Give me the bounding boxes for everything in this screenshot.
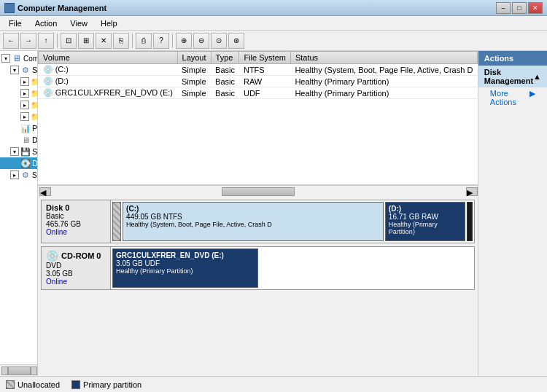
extra-btn-2[interactable]: ⊖ bbox=[193, 33, 209, 49]
dvd-icon-e: 💿 bbox=[43, 88, 55, 97]
col-layout[interactable]: Layout bbox=[177, 52, 211, 64]
extra-btn-3[interactable]: ⊙ bbox=[211, 33, 227, 49]
tree-disk-management[interactable]: 💽 Disk Management bbox=[0, 157, 37, 169]
tree-shared-folders[interactable]: ▸ 📁 Shared Folders bbox=[0, 99, 37, 111]
back-button[interactable]: ← bbox=[3, 33, 19, 49]
main-container: ▾ 🖥 Computer Management (Local ▾ ⚙ Syste… bbox=[0, 51, 547, 376]
disk-0-c-partition[interactable]: (C:) 449.05 GB NTFS Healthy (System, Boo… bbox=[123, 202, 384, 241]
legend-unalloc-box bbox=[6, 380, 15, 389]
tree-system-tools[interactable]: ▾ ⚙ System Tools bbox=[0, 64, 37, 76]
actions-disk-management[interactable]: Disk Management ▲ bbox=[478, 66, 547, 87]
show-hide-button[interactable]: ⊡ bbox=[61, 33, 77, 49]
tree-storage[interactable]: ▾ 💾 Storage bbox=[0, 146, 37, 157]
cell-status-d: Healthy (Primary Partition) bbox=[290, 76, 477, 87]
col-type[interactable]: Type bbox=[211, 52, 239, 64]
menu-help[interactable]: Help bbox=[95, 17, 123, 29]
table-row[interactable]: 💿 (D:) Simple Basic RAW Healthy (Primary… bbox=[39, 76, 478, 87]
scroll-thumb[interactable] bbox=[222, 187, 295, 196]
disk-0-type: Basic bbox=[46, 212, 106, 220]
properties-button[interactable]: ⎙ bbox=[136, 33, 152, 49]
window-title: Computer Management bbox=[18, 4, 106, 12]
table-scrollbar[interactable]: ◀ ▶ bbox=[38, 185, 478, 197]
tree-root[interactable]: ▾ 🖥 Computer Management (Local bbox=[0, 52, 37, 64]
minimize-button[interactable]: – bbox=[496, 2, 511, 14]
tree-task-scheduler[interactable]: ▸ 📁 Task Scheduler bbox=[0, 76, 37, 87]
expand-task-scheduler[interactable]: ▸ bbox=[20, 77, 29, 86]
disk-0-unalloc[interactable] bbox=[112, 202, 121, 241]
table-row[interactable]: 💿 (C:) Simple Basic NTFS Healthy (System… bbox=[39, 64, 478, 76]
help-button[interactable]: ? bbox=[153, 33, 169, 49]
bottom-section: Disk 0 Basic 465.76 GB Online (C:) 449.0… bbox=[38, 197, 478, 376]
forward-button[interactable]: → bbox=[20, 33, 36, 49]
actions-more-arrow: ▶ bbox=[529, 89, 535, 106]
cell-fs-c: NTFS bbox=[239, 64, 290, 76]
d-partition-status: Healthy (Primary Partition) bbox=[389, 221, 462, 235]
new-button[interactable]: ⊞ bbox=[78, 33, 94, 49]
maximize-button[interactable]: □ bbox=[512, 2, 527, 14]
expand-services[interactable]: ▸ bbox=[10, 170, 19, 179]
expand-local-users[interactable]: ▸ bbox=[20, 112, 29, 121]
legend-unallocated: Unallocated bbox=[6, 380, 60, 389]
menu-file[interactable]: File bbox=[3, 17, 28, 29]
cell-volume-e: 💿 GRC1CULXFRER_EN_DVD (E:) bbox=[39, 87, 177, 99]
legend-primary: Primary partition bbox=[71, 380, 141, 389]
storage-label: Storage bbox=[32, 147, 37, 156]
expand-shared-folders[interactable]: ▸ bbox=[20, 101, 29, 109]
col-filesystem[interactable]: File System bbox=[239, 52, 290, 64]
tree-scroll-left[interactable] bbox=[1, 366, 8, 375]
copy-button[interactable]: ⎘ bbox=[113, 33, 129, 49]
app-icon bbox=[4, 3, 15, 13]
disk-0-size: 465.76 GB bbox=[46, 220, 106, 228]
device-manager-icon: 🖥 bbox=[20, 135, 31, 145]
disk-0-d-partition[interactable]: (D:) 16.71 GB RAW Healthy (Primary Parti… bbox=[385, 202, 465, 241]
tree-scroll-right[interactable] bbox=[31, 366, 37, 375]
extra-btn-4[interactable]: ⊛ bbox=[228, 33, 244, 49]
delete-button[interactable]: ✕ bbox=[96, 33, 112, 49]
scroll-right-btn[interactable]: ▶ bbox=[466, 187, 478, 196]
expand-event-viewer[interactable]: ▸ bbox=[20, 89, 29, 98]
disk-management-label: Disk Management bbox=[32, 159, 37, 168]
dvd-partition-status: Healthy (Primary Partition) bbox=[116, 267, 255, 275]
cdrom-0-dvd-partition[interactable]: GRC1CULXFRER_EN_DVD (E:) 3.05 GB UDF Hea… bbox=[112, 248, 258, 288]
tree-performance[interactable]: 📊 Performance bbox=[0, 122, 37, 134]
up-button[interactable]: ↑ bbox=[38, 33, 54, 49]
d-partition-label: (D:) bbox=[389, 205, 462, 213]
legend-primary-label: Primary partition bbox=[83, 380, 141, 389]
cell-fs-d: RAW bbox=[239, 76, 290, 87]
tree-scroll-thumb[interactable] bbox=[8, 366, 31, 375]
disk-management-icon: 💽 bbox=[20, 158, 31, 168]
cdrom-0-row: 💿 CD-ROM 0 DVD 3.05 GB Online GRC1CULXFR… bbox=[41, 246, 475, 290]
top-section: Volume Layout Type File System Status 💿 … bbox=[38, 51, 478, 197]
extra-btn-1[interactable]: ⊕ bbox=[176, 33, 192, 49]
tree-event-viewer[interactable]: ▸ 📁 Event Viewer bbox=[0, 87, 37, 99]
volume-table: Volume Layout Type File System Status 💿 … bbox=[38, 51, 478, 185]
toolbar: ← → ↑ ⊡ ⊞ ✕ ⎘ ⎙ ? ⊕ ⊖ ⊙ ⊛ bbox=[0, 31, 547, 51]
table-row[interactable]: 💿 GRC1CULXFRER_EN_DVD (E:) Simple Basic … bbox=[39, 87, 478, 99]
disk-0-info: Disk 0 Basic 465.76 GB Online bbox=[42, 200, 111, 243]
tree-content: ▾ 🖥 Computer Management (Local ▾ ⚙ Syste… bbox=[0, 51, 37, 364]
tree-scrollbar[interactable] bbox=[0, 364, 37, 376]
col-volume[interactable]: Volume bbox=[39, 52, 177, 64]
expand-system-tools[interactable]: ▾ bbox=[10, 66, 19, 74]
scroll-left-btn[interactable]: ◀ bbox=[39, 187, 51, 196]
dvd-partition-size: 3.05 GB UDF bbox=[116, 259, 255, 267]
tree-services[interactable]: ▸ ⚙ Services and Applications bbox=[0, 169, 37, 181]
cell-layout-d: Simple bbox=[177, 76, 211, 87]
menu-action[interactable]: Action bbox=[29, 17, 63, 29]
expand-storage[interactable]: ▾ bbox=[10, 147, 19, 156]
cell-type-c: Basic bbox=[211, 64, 239, 76]
actions-panel: Actions Disk Management ▲ More Actions ▶ bbox=[478, 51, 547, 376]
actions-disk-management-label: Disk Management bbox=[484, 68, 533, 85]
close-button[interactable]: ✕ bbox=[528, 2, 543, 14]
tree-local-users[interactable]: ▸ 📁 Local Users and Groups bbox=[0, 111, 37, 122]
cell-layout-c: Simple bbox=[177, 64, 211, 76]
legend-primary-box bbox=[71, 380, 80, 389]
cell-fs-e: UDF bbox=[239, 87, 290, 99]
expand-root[interactable]: ▾ bbox=[1, 54, 10, 63]
col-status[interactable]: Status bbox=[290, 52, 477, 64]
storage-icon: 💾 bbox=[20, 146, 31, 157]
menu-view[interactable]: View bbox=[64, 17, 93, 29]
computer-icon: 🖥 bbox=[12, 53, 22, 63]
actions-more-actions[interactable]: More Actions ▶ bbox=[478, 87, 547, 108]
tree-device-manager[interactable]: 🖥 Device Manager bbox=[0, 134, 37, 146]
